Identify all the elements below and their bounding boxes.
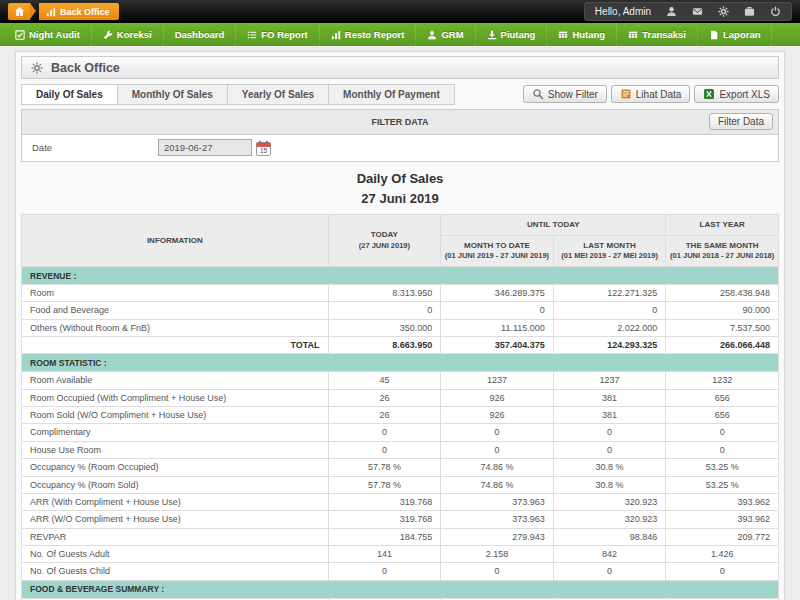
row-value: 45 [328, 372, 441, 389]
nav-item-dashboard[interactable]: Dashboard [164, 23, 237, 46]
nav-item-piutang[interactable]: Piutang [476, 23, 548, 46]
user-icon[interactable] [666, 6, 677, 17]
row-value: 1232 [666, 372, 779, 389]
filter-data-button[interactable]: Filter Data [709, 113, 773, 130]
row-value: 122.271.325 [553, 285, 666, 302]
row-value: 0 [328, 441, 441, 458]
row-value: 57.78 % [328, 476, 441, 493]
row-value: 30.8 % [553, 459, 666, 476]
col-today: TODAY (27 JUNI 2019) [328, 215, 441, 267]
row-value: 842 [553, 545, 666, 562]
list-icon [247, 30, 257, 40]
row-label: No. Of Guests Child [22, 563, 329, 580]
row-value: 381 [553, 389, 666, 406]
nav-item-label: Night Audit [29, 29, 80, 40]
row-label: Others (Without Room & FnB) [22, 319, 329, 336]
nav-item-night-audit[interactable]: Night Audit [4, 23, 92, 46]
tab-yearly-of-sales[interactable]: Yearly Of Sales [228, 84, 329, 105]
top-bar: Back Office Hello, Admin [0, 0, 800, 23]
nav-item-koreksi[interactable]: Koreksi [92, 23, 164, 46]
table-row: Others (Without Room & FnB)350.00011.115… [22, 319, 779, 336]
daily-sales-table: INFORMATION TODAY (27 JUNI 2019) UNTIL T… [21, 214, 779, 600]
filter-panel-title: FILTER DATA [372, 117, 429, 127]
export-xls-button[interactable]: Export XLS [694, 85, 779, 103]
nav-item-hutang[interactable]: Hutang [547, 23, 617, 46]
section-header-row: REVENUE : [22, 267, 779, 285]
row-value: 53.25 % [666, 476, 779, 493]
filter-panel: FILTER DATA Filter Data Date 15 [21, 109, 779, 162]
calendar-icon[interactable]: 15 [256, 140, 271, 156]
table-row: ARR (W/O Compliment + House Use)319.7683… [22, 511, 779, 528]
date-label: Date [32, 142, 158, 153]
table-row: TOTAL8.663.950357.404.375124.293.325266.… [22, 337, 779, 354]
nav-item-label: Hutang [572, 29, 605, 40]
row-value: 26 [328, 389, 441, 406]
main-navbar: Night AuditKoreksiDashboardFO ReportRest… [0, 23, 800, 46]
date-input[interactable] [158, 139, 252, 156]
row-label: ARR (With Compliment + House Use) [22, 493, 329, 510]
report-title: Daily Of Sales [21, 171, 779, 186]
row-value: 266.066.448 [666, 337, 779, 354]
row-label: House Use Room [22, 441, 329, 458]
row-value: 98.846 [553, 528, 666, 545]
show-filter-button[interactable]: Show Filter [523, 85, 607, 103]
nav-item-transaksi[interactable]: Transaksi [617, 23, 698, 46]
nav-item-resto-report[interactable]: Resto Report [320, 23, 417, 46]
gear-icon[interactable] [718, 6, 729, 17]
row-value: 346.289.375 [441, 285, 554, 302]
row-value: 11.115.000 [441, 319, 554, 336]
briefcase-icon[interactable] [744, 6, 755, 17]
button-label: Show Filter [548, 89, 598, 100]
toolbar: Show FilterLihat DataExport XLS [523, 85, 779, 105]
row-value: 926 [441, 389, 554, 406]
row-value: 373.963 [441, 511, 554, 528]
tab-monthly-of-sales[interactable]: Monthly Of Sales [118, 84, 228, 105]
lihat-data-button[interactable]: Lihat Data [611, 85, 691, 103]
col-last-month: LAST MONTH (01 MEI 2019 - 27 MEI 2019) [553, 235, 666, 266]
row-value: 357.404.375 [441, 337, 554, 354]
power-icon[interactable] [770, 6, 781, 17]
row-value: 0 [328, 563, 441, 580]
gear-icon [31, 62, 43, 74]
mail-icon[interactable] [692, 6, 703, 17]
nav-item-fo-report[interactable]: FO Report [236, 23, 319, 46]
row-value: 90.000 [666, 302, 779, 319]
table-row: Room Available45123712371232 [22, 372, 779, 389]
row-value: 8.663.950 [328, 337, 441, 354]
row-value: 320.923 [553, 493, 666, 510]
button-label: Lihat Data [636, 89, 682, 100]
col-information: INFORMATION [22, 215, 329, 267]
row-label: REVPAR [22, 528, 329, 545]
row-value: 2.158 [441, 545, 554, 562]
row-value: 1237 [553, 372, 666, 389]
row-label: Food and Beverage [22, 302, 329, 319]
row-label: Room Available [22, 372, 329, 389]
nav-item-label: FO Report [261, 29, 307, 40]
magnifier-icon [532, 88, 544, 100]
nav-item-label: Piutang [501, 29, 536, 40]
row-value: 26 [328, 407, 441, 424]
chart-icon [331, 30, 341, 40]
nav-item-laporan[interactable]: Laporan [698, 23, 772, 46]
tab-monthly-of-payment[interactable]: Monthly Of Payment [329, 84, 455, 105]
table-row: No. Of Guests Child0000 [22, 563, 779, 580]
row-value: 258.438.948 [666, 285, 779, 302]
table-row: Complimentary0000 [22, 424, 779, 441]
row-value: 0 [441, 563, 554, 580]
row-value: 30.8 % [553, 476, 666, 493]
row-value: 0 [553, 302, 666, 319]
row-value: 0 [553, 424, 666, 441]
row-value: 393.962 [666, 493, 779, 510]
nav-item-grm[interactable]: GRM [416, 23, 475, 46]
row-label: ARR (W/O Compliment + House Use) [22, 511, 329, 528]
table-row: ARR (With Compliment + House Use)319.768… [22, 493, 779, 510]
tab-daily-of-sales[interactable]: Daily Of Sales [21, 84, 118, 105]
row-value: 320.923 [553, 511, 666, 528]
row-value: 0 [328, 424, 441, 441]
chart-icon [46, 7, 56, 17]
greeting-text: Hello, Admin [595, 6, 651, 17]
back-office-brand-button[interactable]: Back Office [8, 3, 119, 20]
home-icon[interactable] [8, 3, 30, 20]
page-header: Back Office [21, 56, 779, 79]
section-header-row: ROOM STATISTIC : [22, 354, 779, 372]
